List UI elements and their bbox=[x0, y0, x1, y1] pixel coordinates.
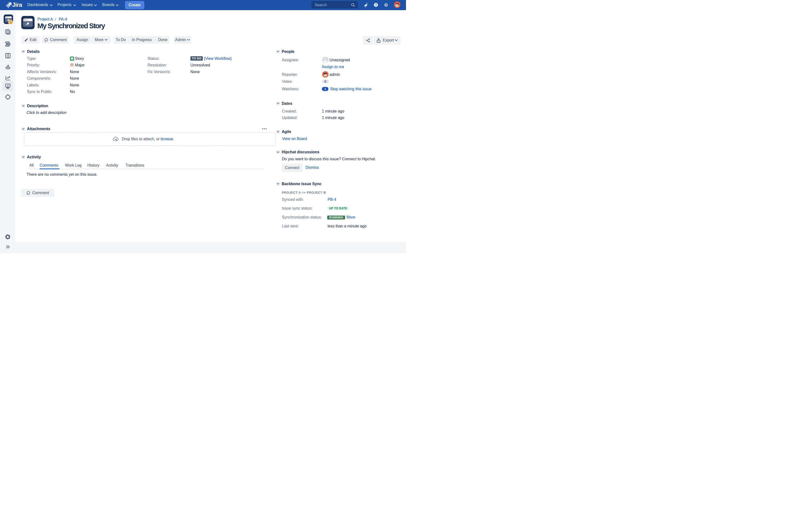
svg-text:?: ? bbox=[324, 58, 326, 61]
